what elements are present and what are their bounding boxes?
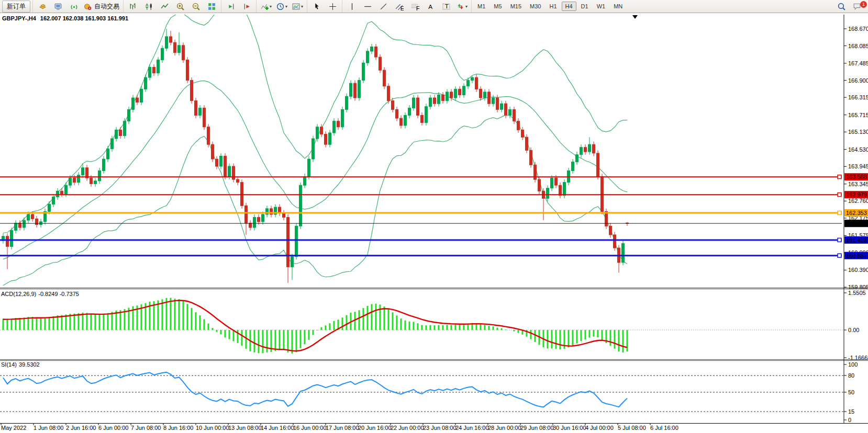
periods-icon: [276, 2, 285, 11]
level-marker[interactable]: [838, 238, 841, 242]
chevron-down-icon[interactable]: ▾: [465, 4, 468, 9]
rsi-label: SI(14)39.5302: [1, 361, 40, 368]
vertical-line-icon-button[interactable]: [344, 1, 359, 13]
timeframe-group: M1M5M15M30H1H4D1W1MN: [471, 0, 628, 13]
svg-text:162.979: 162.979: [846, 191, 867, 198]
svg-text:168.670: 168.670: [848, 26, 868, 32]
svg-text:5 Jul 08:00: 5 Jul 08:00: [618, 425, 646, 431]
timeframe-m30-button[interactable]: M30: [526, 2, 544, 11]
chat-icon-button[interactable]: 1: [850, 1, 864, 13]
horizontal-line-icon-button[interactable]: [360, 1, 375, 13]
auto-trading-button-label: 自动交易: [94, 2, 119, 11]
svg-text:100: 100: [848, 361, 858, 368]
chart-shift-icon-button[interactable]: [239, 1, 254, 13]
timeframe-h1-button[interactable]: H1: [546, 2, 560, 11]
svg-text:1.5505: 1.5505: [848, 290, 866, 296]
text-icon-button[interactable]: A: [423, 1, 438, 13]
main-toolbar: 新订单自动交易▾▾▾EFAT▾M1M5M15M30H1H4D1W1MN1: [0, 0, 868, 13]
level-marker[interactable]: [838, 254, 841, 257]
cursor-icon-button[interactable]: [309, 1, 324, 13]
line-chart-icon-button[interactable]: [157, 1, 172, 13]
search-icon-button[interactable]: [834, 1, 849, 13]
svg-text:A: A: [428, 3, 432, 9]
level-marker[interactable]: [838, 211, 841, 215]
text-label-icon-button[interactable]: T: [439, 1, 453, 13]
toolbar-group: ▾▾▾: [256, 0, 307, 13]
arrows-icon-button[interactable]: ▾: [454, 1, 469, 13]
trendline-icon-button[interactable]: [376, 1, 391, 13]
indicators-icon: [260, 2, 269, 11]
vertical-line-icon: [348, 2, 357, 11]
svg-text:17 Jun 08:00: 17 Jun 08:00: [326, 425, 359, 431]
zoom-out-icon-button[interactable]: [188, 1, 203, 13]
svg-text:15: 15: [848, 408, 854, 415]
text-label-icon: T: [442, 2, 451, 11]
svg-text:161.423: 161.423: [846, 237, 867, 243]
svg-text:8 Jun 16:00: 8 Jun 16:00: [163, 425, 194, 431]
signal-icon-button[interactable]: [66, 1, 81, 13]
line-chart-icon: [160, 2, 169, 11]
tile-windows-icon: [207, 2, 216, 11]
svg-text:160.390: 160.390: [848, 267, 868, 273]
svg-text:168.085: 168.085: [848, 43, 868, 49]
svg-text:-1.1666: -1.1666: [848, 355, 867, 361]
trendline-icon: [379, 2, 388, 11]
timeframe-w1-button[interactable]: W1: [593, 2, 609, 11]
templates-icon: [292, 2, 301, 11]
svg-text:30 Jun 16:00: 30 Jun 16:00: [553, 425, 586, 431]
crosshair-icon: [328, 2, 337, 11]
auto-scroll-icon-button[interactable]: [224, 1, 238, 13]
chevron-down-icon[interactable]: ▾: [301, 4, 303, 9]
time-axis[interactable]: May 20221 Jun 08:002 Jun 16:006 Jun 00:0…: [1, 423, 678, 431]
candlestick-chart-icon-button[interactable]: [141, 1, 156, 13]
level-marker[interactable]: [838, 175, 841, 179]
fibonacci-icon-button[interactable]: F: [407, 1, 422, 13]
terminal-icon: [54, 2, 63, 11]
svg-text:F: F: [416, 4, 419, 10]
timeframe-m15-button[interactable]: M15: [507, 2, 525, 11]
fibonacci-icon: F: [410, 2, 419, 11]
svg-text:163.345: 163.345: [848, 181, 868, 187]
svg-text:165.715: 165.715: [848, 112, 868, 118]
timeframe-mn-button[interactable]: MN: [610, 2, 626, 11]
auto-scroll-icon: [227, 2, 236, 11]
chevron-down-icon[interactable]: ▾: [270, 4, 272, 9]
zoom-in-icon-button[interactable]: [173, 1, 187, 13]
chart-background[interactable]: [0, 13, 868, 433]
svg-text:6 Jun 00:00: 6 Jun 00:00: [98, 425, 129, 431]
chevron-down-icon[interactable]: ▾: [285, 4, 287, 9]
svg-text:10 Jun 00:00: 10 Jun 00:00: [196, 425, 229, 431]
toolbar-group: EFAT▾: [342, 0, 471, 13]
svg-text:28 Jun 00:00: 28 Jun 00:00: [488, 425, 521, 431]
svg-text:166.900: 166.900: [848, 77, 868, 84]
svg-text:160.887: 160.887: [846, 253, 867, 259]
timeframe-m5-button[interactable]: M5: [490, 2, 505, 11]
terminal-icon-button[interactable]: [51, 1, 65, 13]
chart-shift-icon: [242, 2, 251, 11]
equidistant-channel-icon-button[interactable]: E: [392, 1, 406, 13]
svg-text:4 Jul 00:00: 4 Jul 00:00: [585, 425, 614, 431]
bar-chart-icon-button[interactable]: [126, 1, 140, 13]
svg-text:T: T: [444, 2, 448, 9]
new-order-button[interactable]: 新订单: [2, 1, 30, 13]
templates-icon-button[interactable]: ▾: [290, 1, 305, 13]
auto-trading-button[interactable]: 自动交易: [82, 1, 121, 13]
horizontal-line-icon: [363, 2, 372, 11]
timeframe-m1-button[interactable]: M1: [474, 2, 489, 11]
periods-icon-button[interactable]: ▾: [274, 1, 289, 13]
gold-ingot-icon-button[interactable]: [35, 1, 50, 13]
svg-text:0.00: 0.00: [848, 327, 859, 333]
tile-windows-icon-button[interactable]: [204, 1, 219, 13]
svg-text:E: E: [400, 4, 403, 10]
svg-text:2 Jun 16:00: 2 Jun 16:00: [66, 425, 96, 431]
timeframe-d1-button[interactable]: D1: [577, 2, 592, 11]
crosshair-icon-button[interactable]: [325, 1, 340, 13]
toolbar-group: [221, 0, 256, 13]
svg-text:80: 80: [848, 372, 854, 379]
chart-canvas[interactable]: 168.670168.085167.485166.900166.315165.7…: [0, 0, 868, 433]
svg-text:20 Jun 16:00: 20 Jun 16:00: [358, 425, 392, 431]
svg-text:163.588: 163.588: [846, 174, 867, 180]
timeframe-h4-button[interactable]: H4: [562, 2, 576, 11]
indicators-icon-button[interactable]: ▾: [259, 1, 273, 13]
level-marker[interactable]: [838, 193, 841, 197]
